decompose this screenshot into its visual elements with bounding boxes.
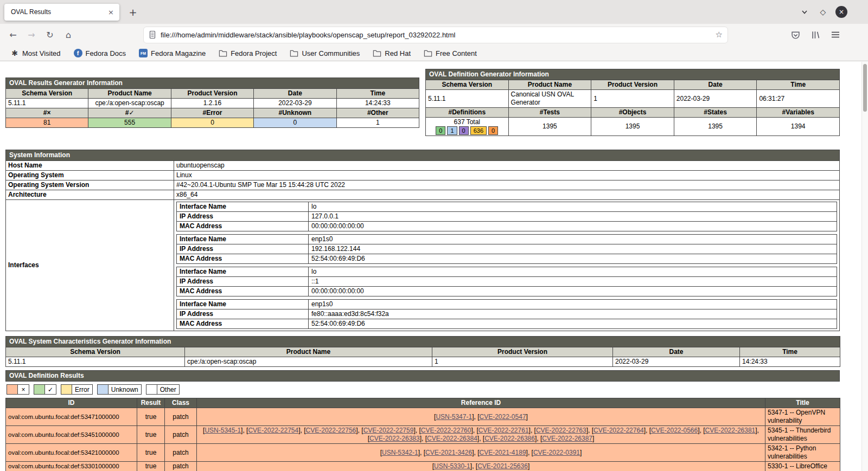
reference-link[interactable]: USN-5342-1 [382, 449, 418, 456]
bookmark-label: Fedora Magazine [151, 49, 206, 57]
reference-link[interactable]: CVE-2022-22760 [421, 427, 471, 434]
reference-link[interactable]: CVE-2021-4189 [480, 449, 526, 456]
folder-icon [290, 49, 298, 57]
product-name-cell: cpe:/a:open-scap:oscap [185, 357, 432, 367]
reference-link[interactable]: CVE-2022-0391 [533, 449, 580, 456]
browser-tab[interactable]: OVAL Results × [4, 4, 119, 21]
reference-link[interactable]: CVE-2022-22754 [248, 427, 298, 434]
reference-link[interactable]: USN-5330-1 [434, 462, 470, 470]
definition-result-row: oval:com.ubuntu.focal:def:53301000000tru… [6, 462, 840, 471]
url-bar[interactable]: file:///home/admin/middleware/stack/ansi… [143, 27, 728, 43]
tab-close-icon[interactable]: × [106, 8, 116, 16]
bookmark-item[interactable]: FMFedora Magazine [136, 48, 208, 59]
class-count-box: 0 [436, 126, 445, 135]
interface-field-label: Interface Name [177, 202, 309, 212]
interface-row: MAC Address52:54:00:69:49:D6 [177, 319, 837, 329]
count-column-header: #States [674, 108, 757, 118]
definition-breakdown: 0106360 [428, 126, 506, 135]
menu-button[interactable] [827, 27, 844, 43]
forward-button[interactable]: → [23, 27, 40, 43]
legend-label: ✓ [45, 384, 56, 395]
reference-link[interactable]: CVE-2022-26384 [427, 435, 477, 442]
field-label: Host Name [6, 161, 174, 171]
title-cell: 5345-1 -- Thunderbird vulnerabilities [765, 426, 840, 444]
reference-link[interactable]: USN-5347-1 [436, 413, 472, 421]
class-cell: patch [165, 408, 197, 426]
count-column-header: #× [6, 108, 88, 118]
class-count-box: 1 [447, 126, 457, 135]
bookmark-item[interactable]: Fedora Project [216, 48, 279, 59]
bookmark-item[interactable]: fFedora Docs [71, 48, 129, 59]
pocket-icon [791, 30, 800, 40]
interface-field-value: 127.0.0.1 [309, 212, 837, 222]
new-tab-button[interactable]: + [126, 5, 140, 19]
schema-version-cell: 5.11.1 [426, 90, 509, 108]
interface-field-label: IP Address [177, 309, 309, 319]
definition-generator-title: OVAL Definition Generator Information [426, 69, 840, 80]
pocket-button[interactable] [787, 27, 804, 43]
interface-row: MAC Address00:00:00:00:00:00 [177, 287, 837, 296]
home-button[interactable]: ⌂ [60, 27, 77, 43]
legend-item: Other [146, 384, 180, 395]
page-info-icon[interactable] [149, 30, 156, 39]
window-maximize-icon[interactable]: ◇ [817, 6, 829, 18]
interface-row: IP Address127.0.0.1 [177, 212, 837, 222]
interface-table: Interface NameloIP Address::1MAC Address… [176, 267, 837, 296]
system-information-table: System Information Host Name ubuntuopens… [5, 150, 840, 331]
reference-link[interactable]: CVE-2022-26386 [484, 435, 535, 442]
bookmark-label: Fedora Docs [86, 49, 126, 57]
library-button[interactable] [807, 27, 824, 43]
other-count-cell: 1 [336, 118, 419, 127]
reference-link[interactable]: CVE-2022-22759 [363, 427, 414, 434]
field-label: Operating System [6, 171, 174, 180]
chevron-down-icon [801, 8, 808, 16]
count-column-header: #✓ [88, 108, 171, 118]
interface-field-value: 00:00:00:00:00:00 [309, 287, 837, 296]
field-label: Architecture [6, 190, 174, 200]
reference-link[interactable]: CVE-2022-0566 [651, 427, 698, 434]
interface-field-label: IP Address [177, 244, 309, 254]
scrollbar-thumb[interactable] [863, 64, 867, 112]
back-button[interactable]: ← [4, 27, 22, 43]
reference-link[interactable]: CVE-2021-3426 [425, 449, 472, 456]
bookmark-item[interactable]: User Communities [287, 48, 362, 59]
interface-field-label: Interface Name [177, 235, 309, 244]
bookmark-item[interactable]: ✱Most Visited [8, 48, 63, 59]
column-header: Time [740, 347, 840, 357]
reload-button[interactable]: ↻ [41, 27, 59, 43]
reference-link[interactable]: CVE-2022-22764 [593, 427, 644, 434]
bookmark-item[interactable]: Red Hat [370, 48, 413, 59]
column-header: ID [6, 398, 137, 408]
interface-field-label: MAC Address [177, 222, 309, 231]
bookmark-label: Free Content [436, 49, 477, 57]
reference-link[interactable]: CVE-2022-0547 [480, 413, 526, 421]
reference-link[interactable]: CVE-2021-25636 [477, 462, 528, 470]
interface-field-value: lo [309, 267, 837, 277]
reference-link[interactable]: CVE-2022-26387 [542, 435, 592, 442]
interfaces-label: Interfaces [6, 200, 174, 331]
true-count-cell: 555 [88, 118, 171, 127]
class-cell: patch [165, 462, 197, 471]
interface-field-label: IP Address [177, 277, 309, 287]
reference-link[interactable]: CVE-2022-22761 [478, 427, 529, 434]
column-header: Product Name [508, 80, 591, 90]
bookmark-item[interactable]: Free Content [421, 48, 480, 59]
reference-link[interactable]: USN-5345-1 [205, 427, 241, 434]
bookmark-star-icon[interactable]: ☆ [716, 30, 723, 40]
folder-icon [219, 49, 227, 57]
time-cell: 06:31:27 [757, 90, 840, 108]
scrollbar[interactable] [861, 62, 868, 471]
column-header: Date [613, 347, 740, 357]
reference-id-cell: [USN-5342-1], [CVE-2021-3426], [CVE-2021… [197, 444, 765, 462]
reference-link[interactable]: CVE-2022-22756 [306, 427, 356, 434]
reference-link[interactable]: CVE-2022-22763 [536, 427, 586, 434]
interface-field-value: enp1s0 [309, 300, 837, 309]
definition-id-cell: oval:com.ubuntu.focal:def:53421000000 [6, 444, 137, 462]
column-header: Date [674, 80, 757, 90]
legend-label: Unknown [108, 384, 142, 395]
window-minimize-icon[interactable] [799, 6, 810, 18]
interface-field-value: 192.168.122.144 [309, 244, 837, 254]
reference-link[interactable]: CVE-2022-26383 [369, 435, 420, 442]
window-close-icon[interactable]: × [835, 6, 847, 18]
reference-link[interactable]: CVE-2022-26381 [705, 427, 756, 434]
